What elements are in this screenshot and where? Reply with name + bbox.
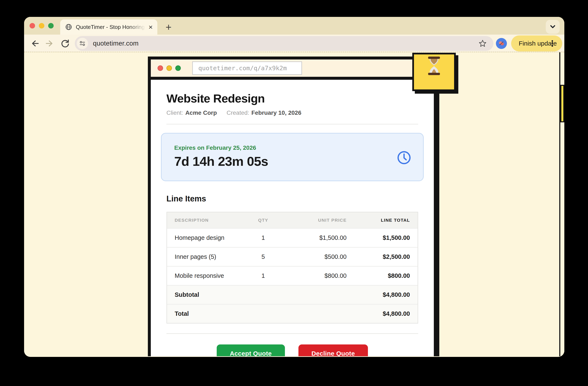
cell-line-total: $800.00 bbox=[347, 272, 410, 279]
bookmark-star-button[interactable] bbox=[478, 39, 487, 49]
cell-unit-price: $500.00 bbox=[279, 253, 347, 260]
mock-browser-topbar: quotetimer.com/q/a7x9k2m bbox=[151, 59, 434, 80]
tab-close-icon[interactable]: × bbox=[148, 23, 153, 31]
site-settings-button[interactable] bbox=[77, 38, 88, 49]
cell-description: Inner pages (5) bbox=[175, 253, 247, 260]
browser-toolbar: quotetimer.com Finish update bbox=[24, 35, 564, 52]
url-text: quotetimer.com bbox=[93, 40, 139, 47]
page-scrollbar-track[interactable] bbox=[559, 52, 564, 356]
table-row: Homepage design 1 $1,500.00 $1,500.00 bbox=[167, 228, 418, 247]
cell-qty: 5 bbox=[247, 253, 279, 260]
cell-line-total: $1,500.00 bbox=[347, 234, 410, 241]
cell-qty: 1 bbox=[247, 272, 279, 279]
maximize-window-button[interactable] bbox=[48, 23, 54, 28]
client-label: Client: bbox=[167, 110, 183, 116]
quote-content: Website Redesign Client: Acme Corp Creat… bbox=[151, 80, 434, 356]
created-label: Created: bbox=[227, 110, 249, 116]
new-tab-button[interactable]: + bbox=[162, 20, 175, 34]
mock-yellow-dot bbox=[167, 65, 172, 71]
minimize-window-button[interactable] bbox=[39, 23, 44, 28]
browser-window: QuoteTimer - Stop Honoring O × + bbox=[24, 17, 564, 357]
client-value: Acme Corp bbox=[185, 110, 217, 116]
close-window-button[interactable] bbox=[30, 23, 35, 28]
screenshot-stage: QuoteTimer - Stop Honoring O × + bbox=[0, 0, 588, 386]
total-label: Total bbox=[175, 310, 247, 317]
mock-red-dot bbox=[158, 65, 163, 71]
browser-tab[interactable]: QuoteTimer - Stop Honoring O × bbox=[60, 19, 157, 35]
expiry-banner: Expires on February 25, 2026 7d 14h 23m … bbox=[161, 133, 424, 181]
clock-icon bbox=[397, 150, 412, 166]
subtotal-row: Subtotal $4,800.00 bbox=[167, 285, 418, 304]
cell-unit-price: $800.00 bbox=[279, 272, 347, 279]
countdown-timer: 7d 14h 23m 05s bbox=[174, 154, 410, 169]
total-value: $4,800.00 bbox=[347, 310, 410, 317]
total-row: Total $4,800.00 bbox=[167, 304, 418, 323]
finish-update-button[interactable]: Finish update bbox=[511, 36, 562, 52]
created-value: February 10, 2026 bbox=[251, 110, 301, 116]
col-description: Description bbox=[175, 218, 247, 223]
chevron-down-icon bbox=[549, 23, 557, 31]
butterfly-extension-icon[interactable] bbox=[496, 38, 507, 49]
page-scrollbar-thumb[interactable] bbox=[560, 85, 564, 122]
divider bbox=[167, 333, 418, 334]
quotetimer-logo bbox=[412, 53, 456, 91]
mock-url-input[interactable]: quotetimer.com/q/a7x9k2m bbox=[192, 61, 302, 75]
col-line-total: Line Total bbox=[347, 218, 410, 223]
tab-title: QuoteTimer - Stop Honoring O bbox=[76, 24, 148, 30]
decline-quote-button[interactable]: Decline Quote bbox=[298, 345, 368, 356]
line-items-table: Description Qty Unit Price Line Total Ho… bbox=[167, 212, 418, 324]
cell-qty: 1 bbox=[247, 234, 279, 241]
macos-traffic-lights bbox=[30, 23, 54, 28]
quote-title: Website Redesign bbox=[167, 92, 418, 105]
tune-icon bbox=[78, 39, 87, 48]
cell-description: Homepage design bbox=[175, 234, 247, 241]
table-row: Inner pages (5) 5 $500.00 $2,500.00 bbox=[167, 247, 418, 266]
reload-button[interactable] bbox=[60, 39, 70, 49]
back-button[interactable] bbox=[30, 39, 40, 49]
cell-unit-price: $1,500.00 bbox=[279, 234, 347, 241]
accept-quote-button[interactable]: Accept Quote bbox=[217, 345, 285, 356]
cell-description: Mobile responsive bbox=[175, 272, 247, 279]
quote-meta: Client: Acme Corp Created: February 10, … bbox=[167, 110, 418, 116]
divider bbox=[167, 124, 418, 124]
forward-button[interactable] bbox=[45, 39, 55, 49]
browser-menu-kebab-icon[interactable] bbox=[547, 39, 557, 49]
expiry-date-text: Expires on February 25, 2026 bbox=[174, 144, 410, 151]
cell-line-total: $2,500.00 bbox=[347, 253, 410, 260]
mock-green-dot bbox=[175, 65, 181, 71]
col-unit-price: Unit Price bbox=[279, 218, 347, 223]
tab-strip: QuoteTimer - Stop Honoring O × + bbox=[24, 17, 564, 35]
table-row: Mobile responsive 1 $800.00 $800.00 bbox=[167, 266, 418, 285]
subtotal-value: $4,800.00 bbox=[347, 291, 410, 298]
quote-actions: Accept Quote Decline Quote bbox=[167, 345, 418, 356]
page-viewport: quotetimer.com/q/a7x9k2m Website Redesig… bbox=[24, 52, 564, 356]
collapse-toolbar-button[interactable] bbox=[546, 20, 560, 34]
line-items-heading: Line Items bbox=[167, 194, 418, 203]
globe-favicon-icon bbox=[65, 24, 72, 30]
quote-card: quotetimer.com/q/a7x9k2m Website Redesig… bbox=[148, 57, 437, 356]
hourglass-icon bbox=[426, 57, 442, 89]
table-header-row: Description Qty Unit Price Line Total bbox=[167, 212, 418, 228]
col-qty: Qty bbox=[247, 218, 279, 223]
subtotal-label: Subtotal bbox=[175, 291, 247, 298]
address-bar[interactable]: quotetimer.com bbox=[75, 36, 493, 51]
